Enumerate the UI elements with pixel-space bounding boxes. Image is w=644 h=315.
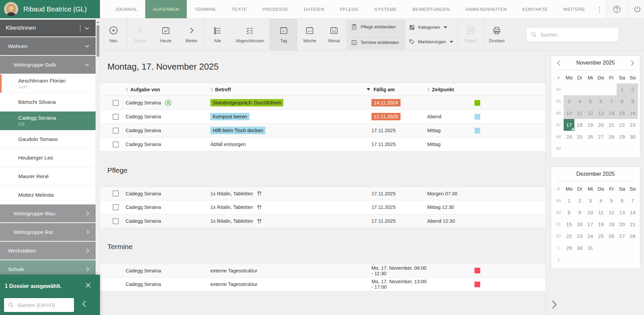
sidebar-item-gaudolo-tomaso[interactable]: Gaudolo Tomaso (0, 130, 96, 149)
calendar-day[interactable]: 17 (564, 119, 574, 131)
sidebar-item-aeschlimann-florian[interactable]: Aeschlimann FlorianAeFl (0, 74, 96, 93)
calendar-day[interactable]: 26 (585, 131, 595, 143)
calendar-day[interactable]: 15 (617, 107, 627, 119)
calendar-day[interactable]: 10 (585, 207, 595, 218)
collapse-chevron-left-icon[interactable] (82, 300, 86, 307)
calendar-day[interactable]: 27 (617, 230, 627, 242)
categories-dropdown[interactable]: Kategorien (409, 20, 458, 34)
calendar-day[interactable]: 19 (585, 119, 595, 131)
tab-prozesse[interactable]: PROZESSE (255, 0, 296, 18)
calendar-day[interactable]: 16 (574, 218, 585, 230)
tab-texte[interactable]: TEXTE (224, 0, 255, 18)
task-row[interactable]: Cadegg SerainaAbfall entsorgen17.11.2025… (100, 138, 545, 151)
calendar-day[interactable]: 7 (606, 95, 617, 107)
tab-termine[interactable]: TERMINE (187, 0, 224, 18)
calendar-day[interactable]: 16 (627, 107, 638, 119)
calendar-day[interactable]: 23 (627, 119, 638, 131)
sidebar-item-cadegg-seraina[interactable]: Cadegg SerainaCS (0, 112, 96, 130)
row-checkbox[interactable] (113, 204, 119, 210)
calendar-day[interactable]: 5 (606, 195, 617, 207)
calendar-day[interactable]: 9 (574, 207, 585, 218)
sidebar-item-wohngruppe-blau[interactable]: Wohngruppe Blau (0, 204, 96, 223)
calendar-day[interactable]: 1 (564, 195, 574, 207)
calendar-day[interactable]: 3 (585, 195, 595, 207)
calendar-day[interactable]: 2 (627, 83, 638, 95)
sidebar-item-mottez-melinda[interactable]: Mottez Melinda (0, 186, 96, 204)
tab-anwesenheiten[interactable]: ANWESENHEITEN (458, 0, 515, 18)
calendar-day[interactable]: 11 (574, 107, 585, 119)
pflege-row[interactable]: Cadegg Seraina1x Ritalin, Tabletten17.11… (100, 214, 545, 228)
calendar-day[interactable]: 27 (596, 131, 606, 143)
termin-row[interactable]: Cadegg Serainaexterne TagesstrukturMo, 1… (100, 277, 545, 291)
calendar-day[interactable]: 19 (606, 218, 617, 230)
row-checkbox[interactable] (113, 128, 119, 134)
calendar-day[interactable]: 25 (574, 131, 585, 143)
tab-aufgaben[interactable]: AUFGABEN (145, 0, 187, 18)
tab-journal[interactable]: JOURNAL (107, 0, 145, 18)
dossier-search[interactable] (4, 298, 74, 312)
calendar-day[interactable]: 9 (627, 95, 638, 107)
sidebar-item-heuberger-leo[interactable]: Heuberger Leo (0, 149, 96, 167)
calendar-day[interactable]: 13 (596, 107, 606, 119)
show-care-toggle[interactable]: Pflege einblenden (347, 19, 405, 34)
sidebar-scrollbar[interactable] (96, 19, 100, 315)
search-input[interactable] (540, 32, 615, 38)
week-view-button[interactable]: Woche (298, 19, 322, 50)
row-checkbox[interactable] (113, 191, 119, 196)
calendar-day[interactable]: 24 (585, 230, 595, 242)
calendar-day[interactable]: 18 (574, 119, 585, 131)
panel-next-chevron-icon[interactable] (552, 300, 557, 309)
show-appointments-toggle[interactable]: Termine einblenden (347, 35, 405, 50)
next-button[interactable]: Weiter (179, 19, 204, 50)
logout-button[interactable] (627, 0, 644, 18)
row-checkbox[interactable] (113, 100, 119, 106)
calendar-day[interactable]: 8 (617, 95, 627, 107)
calendar-day[interactable]: 20 (596, 119, 606, 131)
calendar-day[interactable]: 22 (564, 230, 574, 242)
tab-pflege[interactable]: PFLEGE (332, 0, 366, 18)
calendar-day[interactable]: 30 (627, 131, 638, 143)
task-row[interactable]: Cadegg SerainaStandortgespräch: Durchfüh… (100, 96, 545, 110)
help-button[interactable] (606, 0, 627, 18)
calendar-day[interactable]: 4 (574, 95, 585, 107)
user-panel[interactable]: Ribaud Beatrice (GL) (0, 0, 100, 18)
tab-systeme[interactable]: SYSTEME (366, 0, 405, 18)
more-menu-kebab-icon[interactable]: ⋮ (593, 5, 606, 13)
sidebar-item-wohngruppe-gelb[interactable]: Wohngruppe Gelb (0, 56, 96, 74)
column-header-faellig-am[interactable]: Fällig am (367, 87, 427, 92)
pflege-row[interactable]: Cadegg Seraina1x Ritalin, Tabletten17.11… (100, 200, 545, 214)
calendar-day[interactable]: 26 (606, 230, 617, 242)
column-header-zeitpunkt[interactable]: Zeitpunkt (427, 87, 474, 92)
calendar-day[interactable]: 29 (617, 131, 627, 143)
row-checkbox[interactable] (113, 114, 119, 120)
row-checkbox[interactable] (113, 142, 119, 147)
calendar-day[interactable]: 28 (627, 230, 638, 242)
toolbar-search[interactable] (526, 27, 619, 42)
calendar-day[interactable]: 6 (596, 95, 606, 107)
task-row[interactable]: Cadegg SerainaHilft beim Tisch decken17.… (100, 124, 545, 138)
calendar-day[interactable]: 6 (617, 195, 627, 207)
termin-row[interactable]: Cadegg Serainaexterne TagesstrukturMo, 1… (100, 264, 545, 277)
column-header-betreff[interactable]: Betreff (210, 87, 367, 92)
sidebar-item-maurer-rene[interactable]: Maurer René (0, 167, 96, 186)
tab-dateien[interactable]: DATEIEN (296, 0, 332, 18)
calendar-day[interactable]: 14 (627, 207, 638, 218)
calendar-day[interactable]: 22 (617, 119, 627, 131)
month-view-button[interactable]: Monat (322, 19, 346, 50)
chevron-down-icon[interactable] (84, 27, 96, 30)
sidebar-kebab-icon[interactable]: ⋮ (76, 24, 84, 32)
calendar-day[interactable]: 29 (564, 242, 574, 254)
tab-weitere[interactable]: WEITERE (556, 7, 593, 12)
calendar-day[interactable]: 23 (574, 230, 585, 242)
back-button[interactable]: Zurück (127, 19, 153, 50)
sidebar-item-wohngruppe-rot[interactable]: Wohngruppe Rot (0, 223, 96, 242)
close-icon[interactable] (85, 283, 91, 288)
tab-bewertungen[interactable]: BEWERTUNGEN (405, 0, 458, 18)
calendar-day[interactable]: 24 (564, 131, 574, 143)
completed-filter-button[interactable]: Abgeschlossen (230, 19, 269, 50)
calendar-day[interactable]: 4 (596, 195, 606, 207)
task-row[interactable]: Cadegg SerainaKompost leeren12.11.2025Ab… (100, 110, 545, 124)
calendar-day[interactable]: 12 (585, 107, 595, 119)
today-button[interactable]: Heute (153, 19, 179, 50)
row-checkbox[interactable] (113, 218, 119, 224)
